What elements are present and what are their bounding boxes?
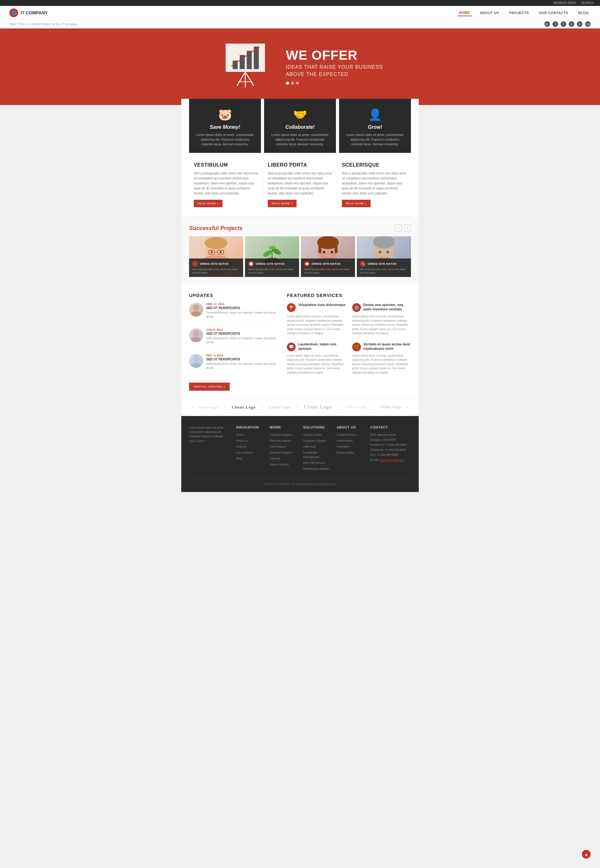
project-text-1: Sed ut perspiciatis unde omnis iste natu… — [192, 268, 240, 274]
project-overlay-1: 📞 OMNIS ISTE NATUS Sed ut perspiciatis u… — [189, 259, 243, 277]
svg-point-19 — [220, 251, 221, 253]
view-all-updates-btn[interactable]: VIEW ALL UPDATES — [189, 383, 230, 391]
footer-work-gold-support[interactable]: Gold Support — [270, 445, 286, 448]
nav-blog[interactable]: BLOG — [576, 10, 591, 16]
social-icons: g+ t f p in rss — [544, 21, 591, 27]
scelerisque-read-more[interactable]: READ MORE — [342, 200, 371, 207]
update-thumb-1 — [189, 303, 203, 317]
featured-title-4: Veritatis et quasi arctae dunt explicabo… — [364, 342, 411, 351]
footer-email-link[interactable]: mail@domalink.org — [380, 459, 404, 462]
bottom-sections: UPDATES FEB. 17, 2013 SED UT PERSPICIATI… — [181, 285, 419, 398]
featured-services-grid: 🏆 Voluptatem tium doloremque Lorem ipsum… — [287, 303, 411, 375]
featured-text-2: Lorem ipsum dolor sit amet, consectetuer… — [352, 314, 411, 336]
projects-header: Successful Projects ‹ › — [189, 225, 411, 232]
svg-point-32 — [323, 251, 325, 253]
featured-title-2: Dotam rem aperiam, eaq qullo inventore v… — [364, 303, 411, 312]
hero-dot-1[interactable] — [286, 82, 289, 85]
footer-work-online-training[interactable]: Online Training — [270, 463, 289, 466]
footer-work-links: Customer Support Platinum Support Gold S… — [270, 432, 297, 467]
svg-line-9 — [245, 72, 254, 86]
footer-about-responsibility[interactable]: Responsibility — [336, 451, 354, 454]
footer-work-col: WORK Customer Support Platinum Support G… — [270, 426, 297, 472]
logos-next[interactable]: › — [405, 405, 411, 410]
footer-about-text: Lorem ipsum dolor sit amet, consectetur … — [189, 426, 230, 444]
member-area-link[interactable]: MEMBER AREA — [553, 1, 576, 5]
client-logo-5[interactable]: Client Logo — [345, 405, 367, 409]
projects-grid: 📞 OMNIS ISTE NATUS Sed ut perspiciatis u… — [189, 236, 411, 277]
footer-bottom: © 2013 IT COMPANY. All Rights Reserved |… — [189, 479, 411, 486]
rss-icon[interactable]: rss — [585, 21, 591, 27]
footer-work-customer-support[interactable]: Customer Support — [270, 433, 292, 436]
main-nav: HOME ABOUT US PROJECTS OUR CONTACTS BLOG — [457, 9, 591, 16]
projects-nav-arrows: ‹ › — [395, 225, 411, 232]
nav-our-contacts[interactable]: OUR CONTACTS — [537, 10, 570, 16]
update-date-2: JAN. 6, 2013 — [206, 328, 277, 331]
feature-box-grow-title: Grow! — [345, 124, 405, 130]
footer-nav-home[interactable]: Home — [236, 433, 244, 436]
projects-prev-arrow[interactable]: ‹ — [395, 225, 402, 232]
libero-read-more[interactable]: READ MORE — [268, 200, 297, 207]
footer-nav-blog[interactable]: Blog — [236, 457, 242, 460]
search-link[interactable]: SEARCH — [580, 1, 594, 5]
tagline-text: Hello! This is a modern theme for the IT… — [9, 23, 79, 26]
client-logo-4[interactable]: Client Logo — [304, 405, 332, 410]
footer-nav-our-contacts[interactable]: Our Contacts — [236, 451, 253, 454]
footer-work-platinum-support[interactable]: Platinum Support — [270, 439, 291, 442]
feature-box-collaborate-text: Lorem ipsum dolor sit amet, consectetuer… — [270, 133, 330, 147]
footer-solutions-links: Contact Center Customer Support Help Des… — [303, 432, 330, 471]
project-item-4[interactable]: 🔧 OMNIS ISTE NATUS Sed ut perspiciatis u… — [357, 236, 411, 277]
footer-nav-about-us[interactable]: About Us — [236, 439, 248, 442]
project-title-3: OMNIS ISTE NATUS — [312, 262, 341, 265]
featured-item-1: 🏆 Voluptatem tium doloremque Lorem ipsum… — [287, 303, 345, 336]
hero-dot-3[interactable] — [296, 82, 299, 85]
project-item-3[interactable]: ✉️ OMNIS ISTE NATUS Sed ut perspiciatis … — [301, 236, 355, 277]
svg-point-34 — [320, 253, 324, 258]
footer-about-performance[interactable]: Performance — [336, 439, 353, 442]
hero-illustration — [217, 41, 273, 92]
footer-solutions-web-self-service[interactable]: Web Self-Service — [303, 461, 325, 465]
nav-home[interactable]: HOME — [457, 9, 472, 16]
project-item-1[interactable]: 📞 OMNIS ISTE NATUS Sed ut perspiciatis u… — [189, 236, 243, 277]
update-date-1: FEB. 17, 2013 — [206, 303, 277, 306]
footer-solutions-performance-metrics[interactable]: Performance Metrics — [303, 467, 329, 470]
footer-about-col: Lorem ipsum dolor sit amet, consectetur … — [189, 426, 230, 472]
nav-about-us[interactable]: ABOUT US — [478, 10, 501, 16]
client-logo-6[interactable]: Client Logo — [380, 405, 402, 409]
feature-box-save-money-text: Lorem ipsum dolor sit amet, consectetuer… — [195, 133, 255, 147]
projects-next-arrow[interactable]: › — [404, 225, 411, 232]
footer-contact-text: 8901 Marmora Road Glasgow, D04 89GR Free… — [370, 432, 411, 463]
footer-contact-title: CONTACT — [370, 426, 411, 429]
feature-box-grow: 👤 Grow! Lorem ipsum dolor sit amet, cons… — [339, 99, 411, 153]
client-logo-2[interactable]: Client Logo — [232, 405, 256, 410]
footer-solutions-customer-support[interactable]: Customer Support — [303, 439, 326, 442]
facebook-icon[interactable]: f — [561, 21, 566, 27]
nav-projects[interactable]: PROJECTS — [507, 10, 530, 16]
svg-point-33 — [330, 251, 333, 253]
footer-solutions-knowledge[interactable]: Knowledge Management — [303, 451, 320, 459]
pinterest-icon[interactable]: p — [569, 21, 574, 27]
linkedin-icon[interactable]: in — [577, 21, 582, 27]
twitter-icon[interactable]: t — [553, 21, 558, 27]
footer-solutions-contact-center[interactable]: Contact Center — [303, 433, 322, 436]
projects-title: Successful Projects — [189, 225, 242, 232]
footer-work-standard-support[interactable]: Standard Support — [270, 451, 292, 454]
collaborate-icon: 🤝 — [270, 108, 330, 121]
featured-icon-2: ⚙️ — [352, 303, 361, 312]
project-item-2[interactable]: 📈 OMNIS ISTE NATUS Sed ut perspiciatis u… — [245, 236, 299, 277]
vestibulum-read-more[interactable]: READ MORE — [194, 200, 223, 207]
logo[interactable]: 🌐 IT COMPANY — [9, 8, 48, 17]
hero-dot-2[interactable] — [291, 82, 294, 85]
footer-solutions-title: SOLUTIONS — [303, 426, 330, 429]
client-logo-1[interactable]: Client Logo — [198, 405, 218, 409]
update-content-3: DEC. 9, 2012 SED UT PERSPICIATIS Dolorel… — [206, 354, 277, 370]
footer-solutions-help-desk[interactable]: Help Desk — [303, 445, 316, 448]
google-plus-icon[interactable]: g+ — [544, 21, 550, 27]
logos-prev[interactable]: ‹ — [189, 405, 195, 410]
footer-work-training[interactable]: Training — [270, 457, 280, 460]
footer-about-innovation[interactable]: Innovation — [336, 445, 350, 448]
featured-item-3: 💬 Laudantium, totam rem aperiam Lorem ip… — [287, 342, 345, 375]
footer-about-customer-focus[interactable]: Customer focus — [336, 433, 356, 436]
client-logo-3[interactable]: Client logo — [269, 405, 291, 410]
project-icon-1: 📞 — [192, 261, 198, 267]
footer-nav-projects[interactable]: Projects — [236, 445, 247, 448]
